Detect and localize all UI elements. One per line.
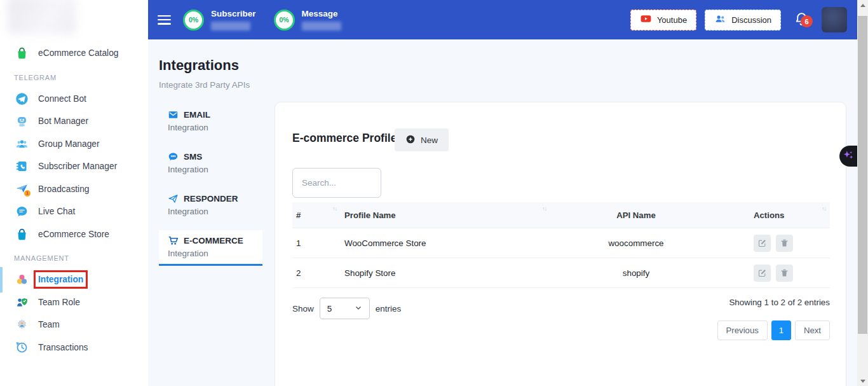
youtube-button[interactable]: Youtube bbox=[630, 10, 696, 31]
column-header-api-name[interactable]: API Name bbox=[550, 202, 722, 228]
stat-value-blurred bbox=[211, 22, 250, 31]
sidebar-item-label: Live Chat bbox=[38, 207, 75, 216]
edit-button[interactable] bbox=[754, 235, 771, 252]
stat-text-subscriber: Subscriber bbox=[211, 9, 256, 31]
user-shield-icon bbox=[15, 296, 29, 309]
robot-icon bbox=[15, 114, 29, 128]
cart-icon bbox=[168, 235, 179, 246]
scroll-up-arrow[interactable] bbox=[857, 0, 868, 10]
row-number: 2 bbox=[296, 268, 301, 278]
live-chat-icon bbox=[15, 205, 29, 218]
sidebar-item-ecommerce-store[interactable]: eCommerce Store bbox=[0, 223, 148, 246]
entries-select[interactable]: 5 bbox=[320, 298, 370, 319]
column-header-profile-name[interactable]: Profile Name↑↓ bbox=[341, 202, 550, 228]
sidebar-item-group-manager[interactable]: Group Manager bbox=[0, 133, 148, 156]
sidebar-item-connect-bot[interactable]: Connect Bot bbox=[0, 88, 148, 111]
entries-select-value: 5 bbox=[327, 304, 332, 314]
chevron-down-icon bbox=[355, 304, 362, 314]
topbar-right: Youtube Discussion 6 bbox=[630, 7, 847, 32]
sidebar-item-bot-manager[interactable]: Bot Manager bbox=[0, 110, 148, 133]
sidebar: eCommerce CatalogTELEGRAMConnect BotBot … bbox=[0, 0, 148, 386]
main-content: Integrations Integrate 3rd Party APIs EM… bbox=[148, 39, 857, 386]
search-input[interactable] bbox=[292, 168, 381, 198]
progress-circle-subscriber: 0% bbox=[183, 10, 204, 31]
notifications-button[interactable]: 6 bbox=[794, 11, 810, 29]
delete-button[interactable] bbox=[776, 235, 793, 252]
discussion-button[interactable]: Discussion bbox=[705, 10, 781, 31]
column-header-[interactable]: #↑↓ bbox=[292, 202, 341, 228]
page-size-control: Show 5 entries bbox=[292, 298, 401, 319]
row-number-cell: 1 bbox=[292, 228, 341, 258]
ecommerce-profile-card: E-commerce Profile New #↑↓Profile Name↑↓… bbox=[275, 102, 846, 386]
entries-label: entries bbox=[376, 304, 402, 314]
actions-cell bbox=[722, 258, 830, 287]
user-avatar[interactable] bbox=[822, 7, 847, 32]
profile-name-cell: Shopify Store bbox=[341, 258, 550, 287]
api-name: shopify bbox=[623, 268, 649, 278]
sidebar-item-label: Transactions bbox=[38, 343, 88, 352]
profile-name-cell: WooCommerce Store bbox=[341, 228, 550, 258]
subnav-tab-email[interactable]: EMAILIntegration bbox=[159, 104, 262, 138]
scrollbar-thumb[interactable] bbox=[858, 16, 867, 334]
sidebar-item-label: Subscriber Manager bbox=[38, 162, 117, 171]
profile-name: WooCommerce Store bbox=[344, 238, 426, 248]
sort-icon: ↑↓ bbox=[542, 205, 546, 212]
sidebar-item-label: Team bbox=[38, 320, 60, 329]
column-header-label: Profile Name bbox=[344, 210, 396, 220]
subnav-tab-e-commerce[interactable]: E-COMMERCEIntegration bbox=[159, 230, 262, 266]
sidebar-item-integration[interactable]: Integration bbox=[0, 268, 148, 291]
profiles-table: #↑↓Profile Name↑↓API NameActions↑↓ 1WooC… bbox=[292, 202, 830, 288]
showing-entries-text: Showing 1 to 2 of 2 entries bbox=[729, 298, 830, 307]
sidebar-item-team-role[interactable]: Team Role bbox=[0, 291, 148, 314]
sidebar-item-transactions[interactable]: Transactions bbox=[0, 336, 148, 359]
sidebar-item-label: Bot Manager bbox=[38, 116, 88, 126]
scroll-down-arrow[interactable] bbox=[857, 376, 868, 386]
next-page-button[interactable]: Next bbox=[795, 321, 830, 340]
sidebar-item-subscriber-manager[interactable]: Subscriber Manager bbox=[0, 155, 148, 178]
sidebar-item-ecommerce-catalog[interactable]: eCommerce Catalog bbox=[0, 42, 148, 65]
stat-label: Subscriber bbox=[211, 9, 256, 18]
column-header-actions[interactable]: Actions↑↓ bbox=[722, 202, 830, 228]
edit-button[interactable] bbox=[754, 265, 771, 282]
broadcast-icon: 1 bbox=[15, 183, 29, 196]
ai-assistant-fab[interactable] bbox=[839, 146, 857, 167]
delete-button[interactable] bbox=[776, 265, 793, 282]
hamburger-menu-icon[interactable] bbox=[158, 15, 171, 25]
discussion-button-label: Discussion bbox=[731, 15, 771, 25]
subnav-tab-title-text: E-COMMERCE bbox=[184, 236, 243, 245]
actions-cell bbox=[722, 228, 830, 258]
sidebar-item-label: Broadcasting bbox=[38, 184, 90, 194]
shopping-bag-green-icon bbox=[15, 46, 29, 60]
sidebar-item-team[interactable]: Team bbox=[0, 314, 148, 336]
sidebar-item-label: Group Manager bbox=[38, 139, 100, 149]
subnav-tab-responder[interactable]: RESPONDERIntegration bbox=[159, 188, 262, 222]
table-row: 1WooCommerce Storewoocommerce bbox=[292, 228, 830, 258]
sidebar-item-live-chat[interactable]: Live Chat bbox=[0, 200, 148, 223]
page-1-button[interactable]: 1 bbox=[771, 321, 791, 340]
previous-page-button[interactable]: Previous bbox=[717, 321, 768, 340]
progress-circle-message: 0% bbox=[274, 10, 295, 31]
panel-title: E-commerce Profile bbox=[292, 132, 397, 145]
svg-text:SMS: SMS bbox=[171, 155, 177, 158]
stat-value-blurred bbox=[302, 22, 341, 31]
youtube-button-label: Youtube bbox=[657, 15, 687, 25]
subnav-tab-subtitle: Integration bbox=[168, 165, 254, 174]
column-header-label: # bbox=[296, 210, 301, 220]
subnav-tab-sms[interactable]: SMSSMSIntegration bbox=[159, 146, 262, 180]
stat-message: 0%Message bbox=[274, 9, 341, 31]
new-profile-button[interactable]: New bbox=[395, 128, 449, 151]
topbar: 0%Subscriber0%Message Youtube Discussion… bbox=[148, 0, 857, 39]
notification-count-badge: 6 bbox=[801, 15, 813, 27]
subnav-tab-title: EMAIL bbox=[168, 109, 254, 120]
sidebar-item-label: Integration bbox=[38, 275, 83, 284]
shopping-bag-blue-icon bbox=[15, 228, 29, 241]
subnav-tab-subtitle: Integration bbox=[168, 123, 254, 132]
page-title: Integrations bbox=[159, 57, 239, 74]
sidebar-item-broadcasting[interactable]: 1Broadcasting bbox=[0, 178, 148, 201]
address-book-icon bbox=[15, 160, 29, 173]
sidebar-section-telegram: TELEGRAM bbox=[0, 65, 148, 88]
sidebar-section-management: MANAGEMENT bbox=[0, 245, 148, 268]
stat-subscriber: 0%Subscriber bbox=[183, 9, 256, 31]
subnav-tab-title-text: EMAIL bbox=[184, 110, 210, 120]
vertical-scrollbar[interactable] bbox=[857, 0, 868, 386]
